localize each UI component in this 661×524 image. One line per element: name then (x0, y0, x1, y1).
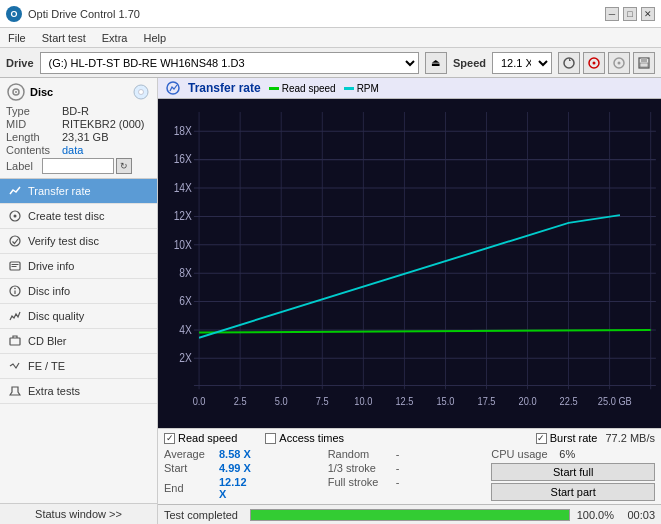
transfer-rate-chart: 18X 16X 14X 12X 10X 8X 6X 4X 2X 0.0 2.5 … (158, 99, 661, 428)
start-value: 4.99 X (219, 462, 255, 474)
end-row: End 12.12 X (164, 475, 328, 501)
eject-button[interactable]: ⏏ (425, 52, 447, 74)
stats-col-1: Average 8.58 X Start 4.99 X End 12.12 X (164, 447, 328, 501)
svg-text:2X: 2X (179, 350, 192, 364)
svg-text:20.0: 20.0 (519, 395, 537, 407)
svg-text:12.5: 12.5 (395, 395, 413, 407)
svg-text:7.5: 7.5 (316, 395, 329, 407)
svg-rect-6 (641, 58, 647, 62)
access-times-checkbox-group: Access times (265, 432, 344, 444)
svg-point-4 (618, 61, 621, 64)
action-buttons: Start full Start part (491, 463, 655, 501)
disc-type-row: Type BD-R (6, 105, 151, 117)
menu-extra[interactable]: Extra (98, 31, 132, 45)
close-button[interactable]: ✕ (641, 7, 655, 21)
toolbar-icons (558, 52, 655, 74)
status-window-button[interactable]: Status window >> (0, 503, 157, 524)
status-text: Test completed (164, 509, 244, 521)
disc-button[interactable] (583, 52, 605, 74)
chart-title: Transfer rate (188, 81, 261, 95)
chart-legend: Read speed RPM (269, 83, 379, 94)
app-icon: O (6, 6, 22, 22)
svg-text:8X: 8X (179, 265, 192, 279)
nav-fe-te[interactable]: FE / TE (0, 354, 157, 379)
burst-rate-checkbox[interactable] (536, 433, 547, 444)
legend-read-speed: Read speed (269, 83, 336, 94)
titlebar-controls: ─ □ ✕ (605, 7, 655, 21)
drivebar: Drive (G:) HL-DT-ST BD-RE WH16NS48 1.D3 … (0, 48, 661, 78)
progress-text: 100.0% (576, 509, 614, 521)
svg-text:10X: 10X (174, 236, 192, 250)
nav-disc-quality[interactable]: Disc quality (0, 304, 157, 329)
svg-point-14 (14, 215, 17, 218)
menubar: File Start test Extra Help (0, 28, 661, 48)
refresh-button[interactable] (558, 52, 580, 74)
svg-rect-7 (640, 63, 648, 67)
average-row: Average 8.58 X (164, 447, 328, 461)
progress-bar-container (250, 509, 570, 521)
svg-point-20 (14, 288, 16, 290)
nav-transfer-rate[interactable]: Transfer rate (0, 179, 157, 204)
disc-length-label: Length (6, 131, 62, 143)
menu-help[interactable]: Help (139, 31, 170, 45)
label-refresh-button[interactable]: ↻ (116, 158, 132, 174)
nav-cd-bler[interactable]: CD Bler (0, 329, 157, 354)
time-text: 00:03 (620, 509, 655, 521)
start-row: Start 4.99 X (164, 461, 328, 475)
svg-text:2.5: 2.5 (234, 395, 247, 407)
stroke-full-value: - (396, 476, 416, 488)
extra-tests-icon (8, 384, 22, 398)
speed-label: Speed (453, 57, 486, 69)
legend-read-speed-label: Read speed (282, 83, 336, 94)
menu-start-test[interactable]: Start test (38, 31, 90, 45)
svg-point-2 (593, 61, 596, 64)
drive-select[interactable]: (G:) HL-DT-ST BD-RE WH16NS48 1.D3 (40, 52, 419, 74)
menu-file[interactable]: File (4, 31, 30, 45)
nav-extra-tests[interactable]: Extra tests (0, 379, 157, 404)
svg-rect-17 (12, 264, 19, 265)
disc-type-label: Type (6, 105, 62, 117)
svg-rect-24 (158, 99, 661, 428)
svg-text:22.5: 22.5 (560, 395, 578, 407)
disc-mid-row: MID RITEKBR2 (000) (6, 118, 151, 130)
svg-text:16X: 16X (174, 151, 192, 165)
nav-disc-info[interactable]: Disc info (0, 279, 157, 304)
svg-text:5.0: 5.0 (275, 395, 288, 407)
bottom-bar: Test completed 100.0% 00:03 (158, 504, 661, 524)
write-button[interactable] (608, 52, 630, 74)
svg-point-12 (139, 90, 144, 95)
speed-select[interactable]: 12.1 X (492, 52, 552, 74)
burst-rate-checkbox-group: Burst rate (536, 432, 598, 444)
burst-rate-value: 77.2 MB/s (605, 432, 655, 444)
average-value: 8.58 X (219, 448, 255, 460)
svg-point-10 (15, 91, 17, 93)
save-button[interactable] (633, 52, 655, 74)
transfer-rate-icon (8, 184, 22, 198)
write-icon (612, 56, 626, 70)
stroke1-value: - (396, 462, 416, 474)
disc-header: Disc (6, 82, 151, 102)
chart-svg-wrapper: 18X 16X 14X 12X 10X 8X 6X 4X 2X 0.0 2.5 … (158, 99, 661, 428)
start-part-button[interactable]: Start part (491, 483, 655, 501)
start-full-button[interactable]: Start full (491, 463, 655, 481)
nav-create-test-disc[interactable]: Create test disc (0, 204, 157, 229)
checkbox-row: Read speed Access times Burst rate 77.2 … (164, 432, 655, 444)
start-label: Start (164, 462, 219, 474)
minimize-button[interactable]: ─ (605, 7, 619, 21)
maximize-button[interactable]: □ (623, 7, 637, 21)
nav-drive-info[interactable]: Drive info (0, 254, 157, 279)
svg-rect-22 (10, 338, 20, 345)
random-label: Random (328, 448, 396, 460)
read-speed-checkbox[interactable] (164, 433, 175, 444)
cpu-label: CPU usage (491, 448, 559, 460)
disc-small-icon (131, 82, 151, 102)
label-input[interactable] (42, 158, 114, 174)
read-speed-checkbox-group: Read speed (164, 432, 237, 444)
legend-rpm-label: RPM (357, 83, 379, 94)
disc-label-row: Label ↻ (6, 158, 151, 174)
svg-text:25.0 GB: 25.0 GB (598, 395, 632, 407)
access-times-checkbox[interactable] (265, 433, 276, 444)
disc-contents-label: Contents (6, 144, 62, 156)
content-area: Transfer rate Read speed RPM (158, 78, 661, 524)
nav-verify-test-disc[interactable]: Verify test disc (0, 229, 157, 254)
